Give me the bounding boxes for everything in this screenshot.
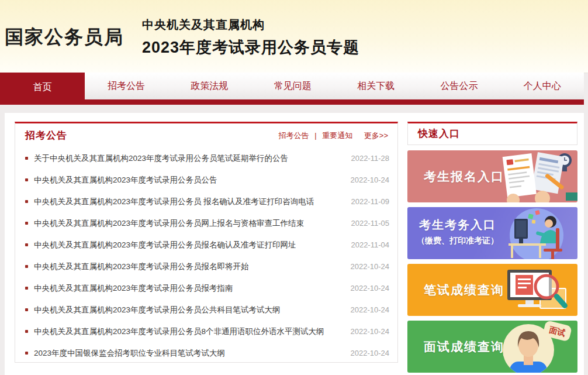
announcements-panel-head: 招考公告 招考公告 | 重要通知 更多>> xyxy=(15,123,397,147)
news-title-link[interactable]: 中央机关及其直属机构2023年度考试录用公务员公告 xyxy=(34,175,344,185)
nav-tab[interactable]: 招考公告 xyxy=(85,73,168,99)
bullet-icon xyxy=(25,330,28,333)
bullet-icon xyxy=(25,308,28,311)
news-title-link[interactable]: 中央机关及其直属机构2023年度考试录用公务员报名即将开始 xyxy=(34,262,344,272)
news-row[interactable]: 中央机关及其直属机构2023年度考试录用公务员报名即将开始 2022-10-24 xyxy=(15,256,397,277)
banner-interview-score-label: 面试成绩查询 xyxy=(424,339,504,355)
banner-exam-service-title: 考生考务入口 xyxy=(419,218,496,231)
news-date: 2022-10-24 xyxy=(351,327,390,336)
news-row[interactable]: 中央机关及其直属机构2023年度考试录用公务员报名确认及准考证打印网址 2022… xyxy=(15,234,397,256)
news-date: 2022-11-09 xyxy=(351,197,389,206)
topic-title: 中央机关及其直属机构 2023年度考试录用公务员专题 xyxy=(142,17,359,58)
main-nav: 首页 招考公告 政策法规 常见问题 相关下载 公告公示 个人中心 xyxy=(0,73,584,105)
nav-tab[interactable]: 个人中心 xyxy=(501,73,584,99)
quick-entry-panel: 快速入口 xyxy=(407,122,577,145)
news-date: 2022-10-24 xyxy=(351,284,390,293)
bullet-icon xyxy=(25,287,28,290)
news-title-link[interactable]: 中央机关及其直属机构2023年度考试录用公务员报考指南 xyxy=(34,283,344,294)
banner-interview-score-query[interactable]: 面试成绩查询 面试 xyxy=(407,321,577,373)
bullet-icon xyxy=(25,243,28,246)
bullet-icon xyxy=(25,352,28,355)
news-row[interactable]: 中央机关及其直属机构2023年度考试录用公务员 报名确认及准考证打印咨询电话 2… xyxy=(15,191,397,212)
banner-written-score-query[interactable]: 笔试成绩查询 xyxy=(407,264,577,316)
banner-registration-label: 考生报名入口 xyxy=(424,168,504,185)
news-date: 2022-10-24 xyxy=(351,176,390,184)
announcements-panel: 招考公告 招考公告 | 重要通知 更多>> 关于中央机关及其直属机构2023年度… xyxy=(15,122,398,363)
banner-exam-service-label: 考生考务入口 （缴费、打印准考证） xyxy=(417,217,499,246)
nav-tab[interactable]: 常见问题 xyxy=(251,73,334,99)
filter-separator: | xyxy=(314,131,316,140)
news-title-link[interactable]: 中央机关及其直属机构2023年度考试录用公务员报名确认及准考证打印网址 xyxy=(34,240,344,250)
banner-written-score-label: 笔试成绩查询 xyxy=(424,282,504,298)
bullet-icon xyxy=(25,157,28,160)
quick-entry-head: 快速入口 xyxy=(408,123,577,143)
news-row[interactable]: 中央机关及其直属机构2023年度考试录用公务员公告 2022-10-24 xyxy=(15,169,397,191)
news-date: 2022-10-24 xyxy=(351,349,390,357)
nav-tab[interactable]: 公告公示 xyxy=(417,73,500,99)
news-date: 2022-11-05 xyxy=(351,219,389,228)
news-title-link[interactable]: 中央机关及其直属机构2023年度考试录用公务员公共科目笔试考试大纲 xyxy=(34,305,344,315)
topic-line1: 中央机关及其直属机构 xyxy=(142,17,359,33)
bullet-icon xyxy=(25,178,28,181)
banner-registration-entry[interactable]: 考生报名入口 xyxy=(407,150,577,202)
news-title-link[interactable]: 2023年度中国银保监会招考职位专业科目笔试考试大纲 xyxy=(34,348,344,359)
announcements-title: 招考公告 xyxy=(25,129,67,142)
news-date: 2022-11-04 xyxy=(351,240,389,249)
news-list: 关于中央机关及其直属机构2023年度考试录用公务员笔试延期举行的公告 2022-… xyxy=(15,147,397,364)
news-title-link[interactable]: 中央机关及其直属机构2023年度考试录用公务员8个非通用语职位外语水平测试大纲 xyxy=(34,326,344,337)
news-title-link[interactable]: 中央机关及其直属机构2023年度考试录用公务员 报名确认及准考证打印咨询电话 xyxy=(34,197,344,207)
banner-exam-service-sub: （缴费、打印准考证） xyxy=(417,236,499,246)
news-row[interactable]: 中央机关及其直属机构2023年度考试录用公务员报考指南 2022-10-24 xyxy=(15,277,397,299)
news-row[interactable]: 关于中央机关及其直属机构2023年度考试录用公务员笔试延期举行的公告 2022-… xyxy=(15,147,397,169)
announcements-head-links: 招考公告 | 重要通知 更多>> xyxy=(279,130,388,141)
bullet-icon xyxy=(25,222,28,225)
bullet-icon xyxy=(25,265,28,268)
news-date: 2022-10-24 xyxy=(351,262,390,271)
bullet-icon xyxy=(25,200,28,203)
news-row[interactable]: 中央机关及其直属机构2023年度考试录用公务员网上报名与资格审查工作结束 202… xyxy=(15,212,397,234)
banner-exam-service-entry[interactable]: 考生考务入口 （缴费、打印准考证） xyxy=(407,207,577,259)
news-row[interactable]: 中央机关及其直属机构2023年度考试录用公务员公共科目笔试考试大纲 2022-1… xyxy=(15,299,397,321)
filter-link-announcements[interactable]: 招考公告 xyxy=(279,131,309,140)
news-row[interactable]: 中央机关及其直属机构2023年度考试录用公务员8个非通用语职位外语水平测试大纲 … xyxy=(15,321,397,342)
quick-entry-title: 快速入口 xyxy=(418,127,460,140)
news-title-link[interactable]: 关于中央机关及其直属机构2023年度考试录用公务员笔试延期举行的公告 xyxy=(34,153,344,164)
nav-tab[interactable]: 相关下载 xyxy=(334,73,417,99)
filter-link-important[interactable]: 重要通知 xyxy=(322,131,352,140)
site-name: 国家公务员局 xyxy=(5,25,124,50)
nav-tab[interactable]: 政策法规 xyxy=(168,73,251,99)
news-date: 2022-11-28 xyxy=(351,154,389,163)
nav-tab[interactable]: 首页 xyxy=(0,73,85,105)
site-header: 国家公务员局 中央机关及其直属机构 2023年度考试录用公务员专题 xyxy=(0,0,588,73)
news-date: 2022-10-24 xyxy=(351,305,390,314)
more-link[interactable]: 更多>> xyxy=(364,131,388,140)
news-row[interactable]: 2023年度中国银保监会招考职位专业科目笔试考试大纲 2022-10-24 xyxy=(15,342,397,364)
news-title-link[interactable]: 中央机关及其直属机构2023年度考试录用公务员网上报名与资格审查工作结束 xyxy=(34,218,344,229)
content-wrapper: 招考公告 招考公告 | 重要通知 更多>> 关于中央机关及其直属机构2023年度… xyxy=(5,113,584,375)
topic-line2: 2023年度考试录用公务员专题 xyxy=(142,37,359,58)
